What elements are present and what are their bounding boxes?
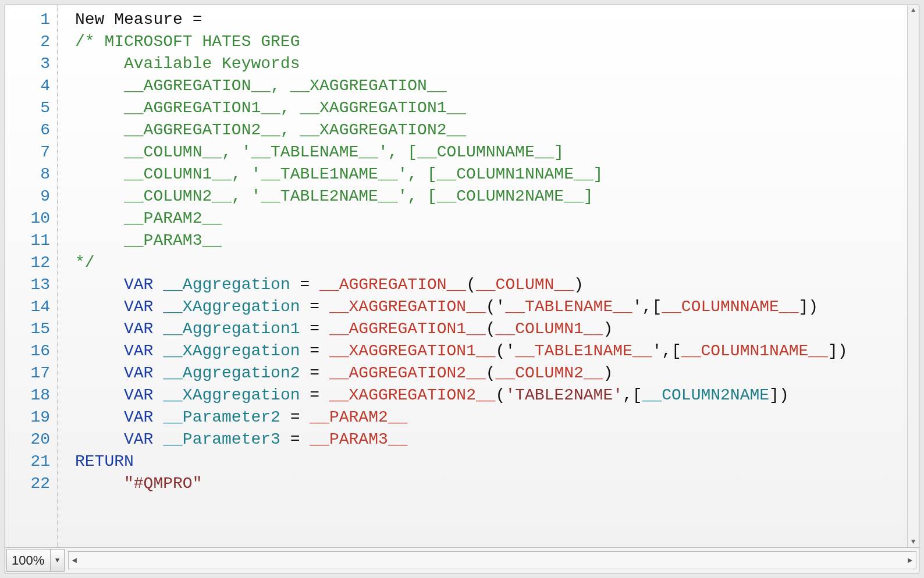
code-line[interactable]: RETURN bbox=[75, 451, 907, 473]
line-number: 4 bbox=[5, 75, 57, 97]
line-number: 10 bbox=[5, 208, 57, 230]
editor-main: 12345678910111213141516171819202122 New … bbox=[5, 5, 919, 547]
code-line[interactable]: __COLUMN__, '__TABLENAME__', [__COLUMNNA… bbox=[75, 141, 907, 163]
code-line[interactable]: VAR __Aggregation2 = __AGGREGATION2__(__… bbox=[75, 362, 907, 384]
line-number: 9 bbox=[5, 185, 57, 208]
code-line[interactable]: VAR __XAggregation = __XAGGREGATION__('_… bbox=[75, 296, 907, 318]
line-number: 17 bbox=[5, 362, 57, 384]
bottom-bar: 100% ▼ ◄ ► bbox=[5, 547, 919, 573]
zoom-dropdown-icon[interactable]: ▼ bbox=[50, 550, 64, 571]
line-number: 8 bbox=[5, 163, 57, 185]
code-line[interactable]: /* MICROSOFT HATES GREG bbox=[75, 31, 907, 53]
line-number: 13 bbox=[5, 274, 57, 296]
code-line[interactable]: Available Keywords bbox=[75, 53, 907, 75]
line-number: 19 bbox=[5, 406, 57, 429]
code-line[interactable]: __COLUMN2__, '__TABLE2NAME__', [__COLUMN… bbox=[75, 185, 907, 208]
code-line[interactable]: VAR __Parameter2 = __PARAM2__ bbox=[75, 406, 907, 429]
line-number: 22 bbox=[5, 473, 57, 495]
zoom-value: 100% bbox=[7, 553, 50, 568]
line-number: 21 bbox=[5, 451, 57, 473]
line-number: 14 bbox=[5, 296, 57, 318]
scroll-left-icon[interactable]: ◄ bbox=[69, 552, 80, 569]
code-line[interactable]: New Measure = bbox=[75, 9, 907, 31]
line-number: 6 bbox=[5, 119, 57, 141]
line-number: 2 bbox=[5, 31, 57, 53]
line-number: 7 bbox=[5, 141, 57, 163]
line-number: 15 bbox=[5, 318, 57, 340]
line-number: 1 bbox=[5, 9, 57, 31]
vertical-scrollbar[interactable]: ▲ ▼ bbox=[907, 5, 919, 547]
code-line[interactable]: __PARAM3__ bbox=[75, 230, 907, 252]
line-number-gutter: 12345678910111213141516171819202122 bbox=[5, 5, 58, 547]
code-line[interactable]: VAR __Aggregation1 = __AGGREGATION1__(__… bbox=[75, 318, 907, 340]
scroll-down-icon[interactable]: ▼ bbox=[908, 537, 919, 547]
line-number: 3 bbox=[5, 53, 57, 75]
formula-editor: 12345678910111213141516171819202122 New … bbox=[5, 5, 919, 573]
line-number: 20 bbox=[5, 429, 57, 451]
code-line[interactable]: __COLUMN1__, '__TABLE1NAME__', [__COLUMN… bbox=[75, 163, 907, 185]
horizontal-scrollbar[interactable]: ◄ ► bbox=[68, 551, 916, 569]
code-line[interactable]: */ bbox=[75, 252, 907, 274]
line-number: 18 bbox=[5, 384, 57, 406]
zoom-selector[interactable]: 100% ▼ bbox=[6, 549, 65, 572]
code-line[interactable]: "#QMPRO" bbox=[75, 473, 907, 495]
code-line[interactable]: __AGGREGATION1__, __XAGGREGATION1__ bbox=[75, 97, 907, 119]
scroll-right-icon[interactable]: ► bbox=[904, 552, 916, 569]
code-line[interactable]: __AGGREGATION__, __XAGGREGATION__ bbox=[75, 75, 907, 97]
line-number: 16 bbox=[5, 340, 57, 362]
line-number: 5 bbox=[5, 97, 57, 119]
code-line[interactable]: VAR __Aggregation = __AGGREGATION__(__CO… bbox=[75, 274, 907, 296]
code-line[interactable]: VAR __XAggregation = __XAGGREGATION2__('… bbox=[75, 384, 907, 406]
code-line[interactable]: __PARAM2__ bbox=[75, 208, 907, 230]
scroll-up-icon[interactable]: ▲ bbox=[908, 5, 919, 16]
code-line[interactable]: VAR __XAggregation = __XAGGREGATION1__('… bbox=[75, 340, 907, 362]
line-number: 11 bbox=[5, 230, 57, 252]
line-number: 12 bbox=[5, 252, 57, 274]
code-line[interactable]: VAR __Parameter3 = __PARAM3__ bbox=[75, 429, 907, 451]
code-line[interactable]: __AGGREGATION2__, __XAGGREGATION2__ bbox=[75, 119, 907, 141]
code-area[interactable]: New Measure =/* MICROSOFT HATES GREG Ava… bbox=[58, 5, 907, 547]
